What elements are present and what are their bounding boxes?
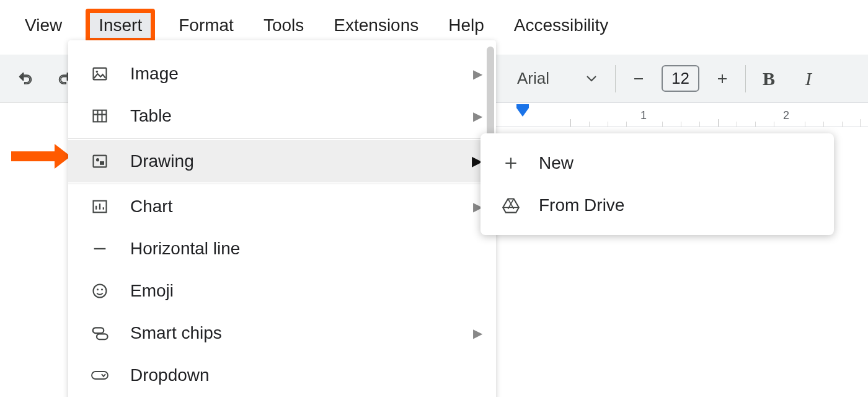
menu-extensions[interactable]: Extensions [327, 12, 425, 39]
annotation-arrow-icon [11, 144, 71, 169]
scrollbar-thumb[interactable] [487, 47, 494, 140]
submenu-arrow-icon: ▶ [473, 66, 482, 81]
toolbar-divider [615, 65, 616, 92]
svg-point-5 [96, 158, 99, 161]
menu-item-label: Drawing [130, 151, 472, 171]
menu-help[interactable]: Help [442, 12, 490, 39]
menu-item-label: Image [130, 64, 473, 84]
chart-icon [89, 196, 110, 217]
menu-item-horizontal-line[interactable]: Horizontal line [68, 228, 496, 270]
increase-font-size-button[interactable] [708, 65, 737, 93]
font-size-input[interactable]: 12 [662, 65, 699, 92]
menu-accessibility[interactable]: Accessibility [508, 12, 614, 39]
font-family-label: Arial [517, 69, 549, 88]
svg-point-10 [101, 288, 103, 290]
submenu-item-label: New [539, 153, 574, 173]
menu-item-smart-chips[interactable]: Smart chips ▶ [68, 312, 496, 354]
drawing-submenu: New From Drive [480, 133, 834, 235]
menu-item-label: Horizontal line [130, 239, 482, 259]
menu-item-table[interactable]: Table ▶ [68, 95, 496, 137]
table-icon [89, 105, 110, 127]
emoji-icon [89, 280, 110, 301]
menu-item-chart[interactable]: Chart ▶ [68, 185, 496, 228]
svg-point-9 [97, 288, 99, 290]
drive-icon [500, 195, 521, 216]
insert-menu-dropdown: Image ▶ Table ▶ Drawing ▶ Chart ▶ Horizo… [68, 40, 496, 397]
drawing-icon [89, 151, 110, 172]
submenu-arrow-icon: ▶ [473, 326, 482, 341]
decrease-font-size-button[interactable] [624, 65, 653, 93]
menu-item-label: Dropdown [130, 365, 482, 385]
menu-item-drawing[interactable]: Drawing ▶ [68, 140, 496, 182]
menu-format[interactable]: Format [172, 12, 240, 39]
menu-item-label: Emoji [130, 281, 482, 301]
image-icon [89, 63, 110, 84]
plus-icon [500, 153, 521, 174]
menu-item-emoji[interactable]: Emoji [68, 270, 496, 312]
font-size-group: 12 [624, 65, 737, 93]
svg-point-2 [96, 71, 99, 73]
smart-chips-icon [89, 323, 110, 344]
svg-rect-1 [94, 68, 107, 80]
menu-item-dropdown[interactable]: Dropdown [68, 354, 496, 396]
menu-item-label: Table [130, 106, 473, 126]
ruler[interactable]: 1 2 [496, 102, 868, 127]
svg-rect-11 [93, 328, 104, 333]
italic-button[interactable]: I [794, 65, 823, 93]
horizontal-line-icon [89, 238, 110, 259]
svg-rect-0 [516, 104, 529, 108]
submenu-arrow-icon: ▶ [473, 109, 482, 123]
svg-rect-12 [97, 334, 108, 339]
submenu-item-new[interactable]: New [480, 142, 834, 184]
undo-button[interactable] [11, 65, 40, 93]
menu-item-label: Chart [130, 197, 473, 216]
toolbar-divider [745, 65, 746, 92]
caret-down-icon [587, 76, 596, 82]
submenu-item-label: From Drive [539, 195, 624, 215]
menu-item-label: Smart chips [130, 323, 473, 343]
menu-view[interactable]: View [19, 12, 68, 39]
svg-point-8 [94, 285, 107, 298]
menu-tools[interactable]: Tools [257, 12, 310, 39]
ruler-mark-2: 2 [783, 109, 789, 122]
menu-item-image[interactable]: Image ▶ [68, 53, 496, 95]
submenu-item-from-drive[interactable]: From Drive [480, 184, 834, 226]
svg-rect-3 [94, 110, 107, 122]
dropdown-icon [89, 365, 110, 386]
bold-button[interactable]: B [755, 65, 783, 93]
svg-rect-13 [92, 372, 108, 379]
menu-separator [68, 138, 496, 139]
font-family-select[interactable]: Arial [507, 69, 606, 88]
indent-marker-icon[interactable] [515, 104, 531, 119]
svg-rect-6 [100, 161, 104, 165]
menu-insert[interactable]: Insert [86, 9, 155, 42]
menu-separator [68, 184, 496, 184]
ruler-mark-1: 1 [640, 109, 647, 122]
